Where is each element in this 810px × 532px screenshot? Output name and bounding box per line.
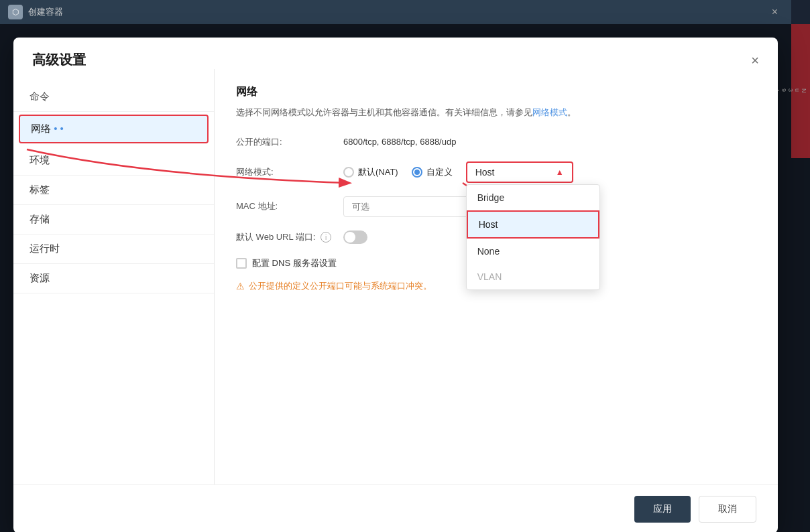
sidebar-item-storage[interactable]: 存储	[13, 205, 214, 235]
sidebar-item-network[interactable]: 网络 •	[19, 115, 209, 143]
sidebar: 命令 网络 • 环境 标签 存储 运行时 资源	[13, 69, 215, 484]
dialog-overlay: 高级设置 × 命令 网络 • 环境 标签 存储 运行时 资源	[0, 24, 810, 532]
warning-text: 公开提供的定义公开端口可能与系统端口冲突。	[249, 280, 432, 292]
chevron-up-icon: ▲	[556, 168, 564, 177]
dropdown-item-vlan: VLAN	[467, 264, 599, 289]
cancel-button[interactable]: 取消	[699, 496, 756, 523]
network-mode-link[interactable]: 网络模式	[532, 107, 567, 117]
web-url-toggle[interactable]	[343, 230, 367, 244]
port-label: 公开的端口:	[236, 136, 343, 148]
section-desc: 选择不同网络模式以允许容器与主机和其他容器通信。有关详细信息，请参见网络模式。	[236, 106, 756, 120]
dns-label: 配置 DNS 服务器设置	[252, 257, 337, 269]
dropdown-item-none[interactable]: None	[467, 239, 599, 264]
dialog-title: 高级设置	[32, 51, 86, 69]
warning-icon: ⚠	[236, 281, 245, 291]
dropdown-item-host[interactable]: Host	[467, 210, 599, 239]
radio-nat[interactable]: 默认(NAT)	[343, 166, 398, 178]
outer-titlebar: ⬡ 创建容器 ×	[0, 0, 791, 24]
network-type-dropdown: Bridge Host None VLAN	[466, 184, 600, 290]
dialog-header: 高级设置 ×	[13, 38, 778, 69]
sidebar-item-resources[interactable]: 资源	[13, 264, 214, 293]
network-mode-row: 网络模式: 默认(NAT) 自定义	[236, 161, 756, 183]
network-mode-label: 网络模式:	[236, 166, 343, 178]
web-url-label: 默认 Web URL 端口: i	[236, 231, 343, 243]
apply-button[interactable]: 应用	[634, 496, 691, 523]
outer-close-button[interactable]: ×	[766, 3, 783, 21]
radio-custom-circle	[412, 167, 422, 178]
sidebar-item-environment[interactable]: 环境	[13, 146, 214, 176]
selected-network-type: Host	[475, 167, 495, 178]
dialog-footer: 应用 取消	[13, 484, 778, 532]
radio-custom[interactable]: 自定义	[412, 166, 453, 178]
advanced-settings-dialog: 高级设置 × 命令 网络 • 环境 标签 存储 运行时 资源	[13, 38, 778, 532]
info-icon: i	[321, 232, 331, 243]
sidebar-item-tags[interactable]: 标签	[13, 176, 214, 205]
port-row: 公开的端口: 6800/tcp, 6888/tcp, 6888/udp	[236, 136, 756, 148]
outer-titlebar-title: 创建容器	[28, 6, 63, 18]
dialog-body: 命令 网络 • 环境 标签 存储 运行时 资源	[13, 69, 778, 484]
radio-nat-circle	[343, 167, 354, 178]
content-area: 网络 选择不同网络模式以允许容器与主机和其他容器通信。有关详细信息，请参见网络模…	[215, 69, 778, 484]
sidebar-item-runtime[interactable]: 运行时	[13, 235, 214, 264]
port-value: 6800/tcp, 6888/tcp, 6888/udp	[343, 137, 456, 147]
dropdown-item-bridge[interactable]: Bridge	[467, 185, 599, 210]
network-type-select-container: Host ▲ Bridge Host None VLAN	[466, 161, 573, 183]
dns-checkbox[interactable]	[236, 258, 247, 269]
app-icon: ⬡	[8, 5, 23, 19]
mac-label: MAC 地址:	[236, 200, 343, 212]
dialog-close-button[interactable]: ×	[751, 54, 759, 67]
network-mode-radio-group: 默认(NAT) 自定义	[343, 166, 453, 178]
network-type-select[interactable]: Host ▲	[466, 161, 573, 183]
section-title: 网络	[236, 85, 756, 99]
sidebar-item-command[interactable]: 命令	[13, 82, 214, 112]
